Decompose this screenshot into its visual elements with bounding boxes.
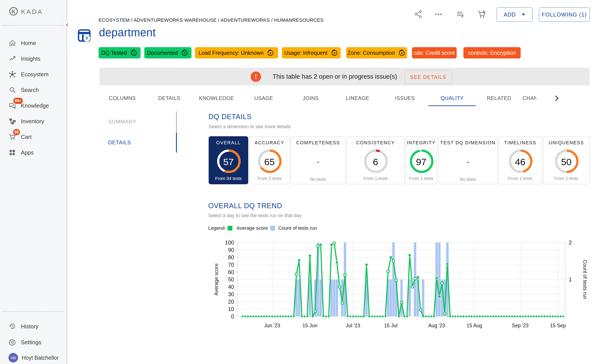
- svg-text:1: 1: [569, 276, 572, 283]
- svg-text:100: 100: [225, 239, 234, 246]
- svg-text:40: 40: [228, 284, 234, 290]
- svg-text:20: 20: [228, 299, 234, 305]
- svg-text:60: 60: [228, 269, 234, 275]
- svg-text:Jul '23: Jul '23: [346, 323, 360, 328]
- svg-text:Sep '23: Sep '23: [512, 323, 528, 328]
- svg-text:50: 50: [228, 276, 234, 283]
- svg-text:15 Sep: 15 Sep: [550, 323, 566, 328]
- svg-text:80: 80: [228, 254, 234, 260]
- svg-text:Aug '23: Aug '23: [428, 323, 445, 328]
- svg-text:2: 2: [569, 239, 572, 246]
- svg-text:30: 30: [228, 291, 234, 297]
- svg-text:Average score: Average score: [213, 263, 219, 296]
- svg-text:10: 10: [228, 306, 234, 312]
- svg-text:90: 90: [228, 247, 234, 253]
- svg-text:0: 0: [231, 313, 234, 319]
- svg-text:15 Aug: 15 Aug: [467, 323, 482, 328]
- svg-text:15 Jul: 15 Jul: [384, 323, 398, 328]
- svg-text:Jun '23: Jun '23: [264, 323, 280, 328]
- svg-text:Count of tests run: Count of tests run: [582, 260, 588, 299]
- svg-text:70: 70: [228, 262, 234, 268]
- svg-text:15 Jun: 15 Jun: [303, 323, 317, 328]
